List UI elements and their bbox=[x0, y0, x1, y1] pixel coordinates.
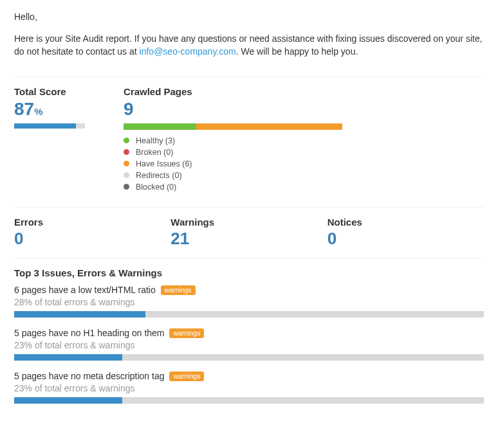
dot-icon bbox=[124, 149, 129, 155]
legend-item-healthy: Healthy (3) bbox=[124, 136, 484, 145]
issue-bar bbox=[14, 354, 484, 361]
issue-bar bbox=[14, 397, 484, 404]
notices-label: Notices bbox=[327, 217, 484, 228]
divider bbox=[14, 207, 484, 208]
top-issues-title: Top 3 Issues, Errors & Warnings bbox=[14, 267, 484, 278]
issue-text: 5 pages have no H1 heading on them warni… bbox=[14, 328, 484, 338]
total-score-label: Total Score bbox=[14, 86, 124, 97]
total-score-block: Total Score 87% bbox=[14, 86, 124, 194]
warnings-label: Warnings bbox=[171, 217, 327, 228]
warning-badge: warnings bbox=[169, 372, 204, 381]
warning-badge: warnings bbox=[169, 328, 204, 338]
legend-item-redirects: Redirects (0) bbox=[124, 171, 484, 180]
divider bbox=[14, 76, 484, 77]
issue-description: 5 pages have no H1 heading on them bbox=[14, 328, 165, 338]
crawled-pages-bar bbox=[124, 123, 342, 130]
crawl-seg-healthy bbox=[124, 123, 196, 130]
total-score-unit: % bbox=[34, 106, 42, 117]
legend-label: Have Issues (6) bbox=[136, 159, 192, 168]
legend-item-broken: Broken (0) bbox=[124, 148, 484, 157]
intro-text: Here is your Site Audit report. If you h… bbox=[14, 32, 484, 58]
issue-item: 6 pages have a low text/HTML ratio warni… bbox=[14, 285, 484, 318]
crawled-pages-label: Crawled Pages bbox=[124, 86, 484, 97]
issue-bar bbox=[14, 311, 484, 318]
issue-subtext: 23% of total errors & warnings bbox=[14, 340, 484, 350]
issue-description: 6 pages have a low text/HTML ratio bbox=[14, 285, 156, 295]
issue-text: 5 pages have no meta description tag war… bbox=[14, 371, 484, 381]
total-score-number: 87 bbox=[14, 99, 34, 119]
notices-block: Notices 0 bbox=[327, 217, 484, 253]
errors-label: Errors bbox=[14, 217, 171, 228]
dot-icon bbox=[124, 172, 129, 178]
dot-icon bbox=[124, 161, 129, 166]
crawled-pages-block: Crawled Pages 9 Healthy (3) Broken (0) H… bbox=[124, 86, 484, 194]
legend-label: Broken (0) bbox=[136, 148, 173, 157]
crawled-pages-value: 9 bbox=[124, 100, 484, 118]
total-score-bar bbox=[14, 123, 85, 129]
errors-value: 0 bbox=[14, 230, 171, 247]
legend-label: Blocked (0) bbox=[136, 183, 176, 192]
dot-icon bbox=[124, 138, 129, 143]
contact-email-link[interactable]: info@seo-company.com bbox=[140, 46, 236, 57]
issue-subtext: 28% of total errors & warnings bbox=[14, 297, 484, 307]
issue-item: 5 pages have no meta description tag war… bbox=[14, 371, 484, 404]
warnings-block: Warnings 21 bbox=[171, 217, 327, 253]
divider bbox=[14, 258, 484, 258]
issue-bar-fill bbox=[14, 311, 145, 318]
legend-item-blocked: Blocked (0) bbox=[124, 183, 484, 192]
total-score-value: 87% bbox=[14, 100, 124, 118]
legend-item-issues: Have Issues (6) bbox=[124, 159, 484, 168]
issue-description: 5 pages have no meta description tag bbox=[14, 371, 165, 381]
crawled-legend: Healthy (3) Broken (0) Have Issues (6) R… bbox=[124, 136, 484, 192]
issue-item: 5 pages have no H1 heading on them warni… bbox=[14, 328, 484, 361]
warnings-value: 21 bbox=[171, 230, 327, 247]
greeting: Hello, bbox=[14, 12, 484, 22]
errors-block: Errors 0 bbox=[14, 217, 171, 253]
issue-bar-fill bbox=[14, 397, 122, 404]
intro-after: . We will be happy to help you. bbox=[236, 46, 358, 57]
legend-label: Healthy (3) bbox=[136, 136, 175, 145]
issue-text: 6 pages have a low text/HTML ratio warni… bbox=[14, 285, 484, 295]
legend-label: Redirects (0) bbox=[136, 171, 182, 180]
issue-bar-fill bbox=[14, 354, 122, 361]
issue-subtext: 23% of total errors & warnings bbox=[14, 383, 484, 393]
notices-value: 0 bbox=[327, 230, 484, 247]
warning-badge: warnings bbox=[161, 285, 196, 295]
crawl-seg-issues bbox=[196, 123, 342, 130]
total-score-bar-fill bbox=[14, 123, 76, 129]
dot-icon bbox=[124, 184, 129, 190]
